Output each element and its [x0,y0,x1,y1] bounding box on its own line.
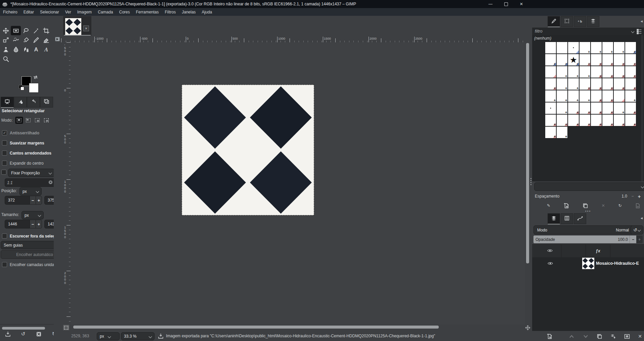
auto-shrink-button[interactable]: Encolher automático [1,250,54,259]
expand-from-center-checkbox[interactable]: Expandir do centro [2,161,44,166]
brush-item-sketch[interactable]: + [602,78,613,90]
menu-ficheiro[interactable]: Ficheiro [0,8,20,16]
layer-name[interactable]: Mosaico-Hidraulico-E [596,261,639,266]
layer-mode-combo[interactable]: Modo Normal [533,225,638,235]
background-color-swatch[interactable] [29,83,39,93]
mode-add-button[interactable] [24,117,32,124]
opacity-increase-button[interactable]: + [636,236,643,243]
brush-item-grunge[interactable]: + [613,66,625,78]
bucket-fill-tool[interactable] [21,35,31,45]
free-select-tool[interactable] [21,26,31,35]
eraser-tool[interactable] [41,35,51,45]
menu-ferramentas[interactable]: Ferramentas [133,8,162,16]
fixed-ratio-combo[interactable]: Fixar Proporção [8,169,54,177]
canvas-viewport[interactable] [71,42,525,325]
layer-row[interactable]: Mosaico-Hidraulico-E [532,257,644,269]
brush-item-darkblob[interactable]: + [545,78,556,90]
brush-item-sprinkle[interactable]: + [602,90,613,102]
brush-item-bar[interactable]: + [579,42,591,54]
brush-item-grunge[interactable]: + [591,54,602,66]
chevron-down-icon[interactable] [631,30,635,33]
brush-item-soft-l[interactable]: + [625,42,636,54]
unit-combo[interactable]: px [97,332,120,340]
zoom-combo[interactable]: 33.3 % [121,332,155,340]
merge-layer-button[interactable] [610,334,616,339]
new-brush-button[interactable] [564,203,569,209]
brush-item-hlines[interactable]: + [545,90,556,102]
brush-item-dark-streak[interactable] [613,90,625,102]
brush-item-circle[interactable]: + [556,54,568,66]
visibility-column-button[interactable] [539,245,561,257]
tab-patterns[interactable] [561,16,573,27]
tab-paths[interactable] [574,213,586,224]
tab-device-status[interactable]: i [14,97,27,108]
duplicate-layer-button[interactable] [597,334,602,339]
delete-brush-button[interactable]: ✕ [602,203,605,208]
highlight-checkbox[interactable]: Escurecer fora da seleção [2,233,54,239]
size-height-spin[interactable]: 1437−+ [44,220,54,228]
collapse-dock-icon[interactable]: ◀ [641,20,643,23]
menu-janelas[interactable]: Janelas [179,8,199,16]
tab-brushes[interactable] [548,16,560,27]
ruler-corner-button[interactable] [54,36,60,42]
delete-preset-button[interactable] [31,331,46,337]
text-edit-tool[interactable]: A [41,45,51,54]
minimize-button[interactable]: — [483,0,498,8]
brush-item-darkblob[interactable]: + [625,54,636,66]
add-mask-button[interactable] [624,334,630,339]
tool-options-hscrollbar[interactable] [2,327,45,330]
brush-filter-row[interactable]: filtro [532,28,644,35]
effects-column-button[interactable]: ƒx [586,245,610,257]
brush-item-rings[interactable]: + [556,114,568,126]
crop-tool[interactable] [41,26,51,35]
feather-edges-checkbox[interactable]: Suavizar margens [2,140,44,145]
canvas-vscrollbar[interactable] [526,43,529,263]
brush-item-dot-s[interactable] [545,102,556,114]
brush-item-sponge[interactable]: + [556,78,568,90]
brush-item-speckle[interactable]: + [579,90,591,102]
position-unit-combo[interactable]: px [19,187,42,196]
quick-mask-toggle[interactable] [63,325,69,330]
size-unit-combo[interactable]: px [22,211,44,219]
reset-options-button[interactable]: ↻ [46,331,54,337]
brush-item-diag[interactable]: + [625,90,636,102]
smudge-tool[interactable] [11,45,21,54]
brush-item-grunge[interactable]: + [613,114,625,126]
raise-layer-button[interactable] [569,334,574,339]
rectangle-select-tool[interactable] [11,26,21,35]
brush-item-soft-round[interactable]: + [545,54,556,66]
brush-item-blank[interactable] [556,42,568,54]
brush-item-sticks[interactable]: + [591,78,602,90]
close-button[interactable]: ✕ [514,0,529,8]
swap-colors-icon[interactable] [33,75,38,81]
brush-view-icon[interactable] [636,29,642,34]
text-tool[interactable]: A [31,45,41,54]
spacing-decrease-button[interactable]: − [629,194,636,199]
brush-item-ellipse[interactable]: + [591,42,602,54]
brush-item-rings[interactable]: + [602,66,613,78]
brush-item-sprinkle[interactable]: + [579,78,591,90]
opacity-decrease-button[interactable]: − [630,236,636,243]
restore-preset-button[interactable]: ↺ [15,331,31,337]
lock-column-button[interactable] [561,245,586,257]
brush-item-wilber[interactable]: + [545,126,556,138]
delete-layer-button[interactable]: ✕ [638,334,642,339]
brush-item-vstreak[interactable]: + [602,54,613,66]
brush-item-sketch[interactable]: + [568,114,579,126]
brush-item-smear[interactable]: + [568,90,579,102]
clear-icon[interactable] [48,180,53,185]
dock-resize-handle[interactable]: ••• [532,210,644,212]
tab-layers[interactable] [548,213,560,224]
layer-visibility-icon[interactable] [548,261,553,265]
brush-item-line[interactable]: + [602,42,613,54]
maximize-button[interactable] [498,0,514,8]
menu-editar[interactable]: Editar [20,8,37,16]
brush-item-grunge[interactable]: + [545,114,556,126]
brush-item-speckle[interactable]: + [556,66,568,78]
fuzzy-select-tool[interactable] [31,26,41,35]
tab-tool-options[interactable] [1,97,14,108]
move-tool[interactable] [1,26,11,35]
warp-tool[interactable] [11,35,21,45]
refresh-brushes-button[interactable]: ↻ [618,203,621,208]
brush-item-speckle[interactable]: + [579,102,591,114]
